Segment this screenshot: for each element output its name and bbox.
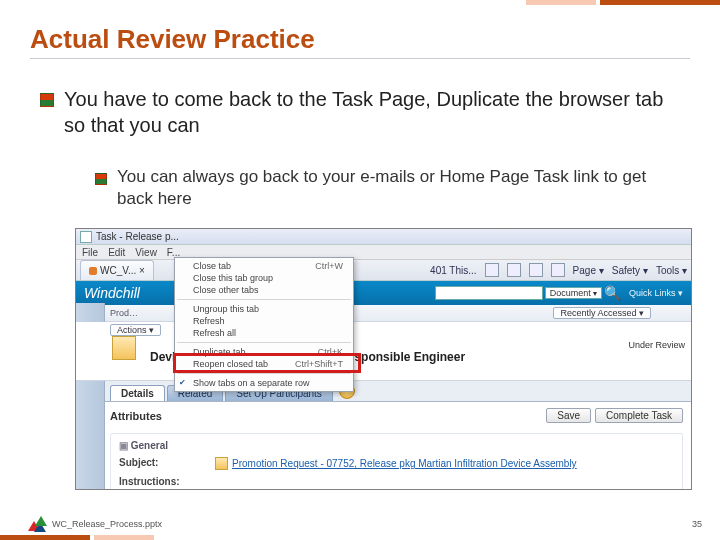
menu-close-other-tabs[interactable]: Close other tabs [175,284,353,296]
bullet-icon [40,93,54,107]
search-type-dropdown[interactable]: Document [545,287,602,299]
ie-menu-bar[interactable]: File Edit View F... [76,245,691,260]
complete-task-button[interactable]: Complete Task [595,408,683,423]
browser-tab[interactable]: WC_V... × [80,260,154,280]
home-icon[interactable] [485,263,499,277]
lifecycle-status: Under Review [628,340,685,350]
slide-footer: WC_Release_Process.pptx 35 [28,516,702,532]
object-header: Actions ▾ Device Assembly1360005378312-R… [76,322,691,381]
menu-file[interactable]: File [82,247,98,258]
menu-tabs-separate-row[interactable]: ✔ Show tabs on a separate row [175,377,353,389]
subject-link[interactable]: Promotion Request - 07752, Release pkg M… [215,457,577,470]
windchill-header: Windchill Document 🔍 Quick Links ▾ [76,281,691,305]
print-icon[interactable] [551,263,565,277]
quick-links[interactable]: Quick Links ▾ [629,288,683,298]
cmd-tools[interactable]: Tools ▾ [656,265,687,276]
bullet-level-2: You can always go back to your e-mails o… [95,166,686,210]
breadcrumb-row: Prod… Recently Accessed ▾ [76,305,691,322]
bullet-text: You can always go back to your e-mails o… [117,166,686,210]
bullet-level-1: You have to come back to the Task Page, … [40,86,686,138]
slide-number: 35 [692,519,702,529]
favicon-icon [89,267,97,275]
menu-close-tab-group[interactable]: Close this tab group [175,272,353,284]
bullet-text: You have to come back to the Task Page, … [64,86,686,138]
ie-window-title-bar: Task - Release p... [76,229,691,245]
ie-window-title: Task - Release p... [96,231,179,242]
decor-bottom-bars [0,535,154,540]
menu-separator [177,299,351,300]
ie-command-bar[interactable]: 401 This... Page ▾ Safety ▾ Tools ▾ [430,260,687,280]
tab-details[interactable]: Details [110,385,165,401]
subject-label: Subject: [119,457,189,470]
triangle-logo-icon [28,516,46,532]
attributes-heading: Attributes [110,410,162,422]
general-section: General Subject: Promotion Request - 077… [110,433,683,490]
instructions-label: Instructions: [119,476,189,487]
menu-duplicate-tab[interactable]: Duplicate tabCtrl+K [175,346,353,358]
feeds-icon[interactable] [507,263,521,277]
tab-context-menu[interactable]: Close tabCtrl+W Close this tab group Clo… [174,257,354,392]
bullet-icon [95,173,107,185]
menu-more[interactable]: F... [167,247,180,258]
windchill-brand: Windchill [84,285,140,301]
menu-ungroup-tab[interactable]: Ungroup this tab [175,303,353,315]
recently-accessed-dropdown[interactable]: Recently Accessed ▾ [553,307,651,319]
cmd-safety[interactable]: Safety ▾ [612,265,648,276]
check-icon: ✔ [179,378,186,387]
menu-separator [177,373,351,374]
menu-refresh[interactable]: Refresh [175,315,353,327]
menu-reopen-closed-tab[interactable]: Reopen closed tabCtrl+Shift+T [175,358,353,370]
ie-tab-strip[interactable]: WC_V... × 401 This... Page ▾ Safety ▾ To… [76,260,691,281]
breadcrumb-product[interactable]: Prod… [110,308,138,318]
decor-top-bars [526,0,720,5]
general-heading: General [119,440,674,451]
menu-close-tab[interactable]: Close tabCtrl+W [175,260,353,272]
slide: Actual Review Practice You have to come … [0,0,720,540]
slide-title: Actual Review Practice [30,24,690,55]
save-button[interactable]: Save [546,408,591,423]
actions-dropdown[interactable]: Actions ▾ [110,324,161,336]
task-icon [112,336,136,360]
menu-refresh-all[interactable]: Refresh all [175,327,353,339]
title-underline [30,58,690,59]
footer-logo: WC_Release_Process.pptx [28,516,162,532]
cmd-401[interactable]: 401 This... [430,265,477,276]
menu-view[interactable]: View [135,247,157,258]
embedded-screenshot: Task - Release p... File Edit View F... … [75,228,692,490]
details-panel: Attributes Save Complete Task General Su… [76,402,691,490]
menu-edit[interactable]: Edit [108,247,125,258]
page-icon [80,231,92,243]
object-tab-bar: Details Related Set Up Participants [76,381,691,402]
windchill-search[interactable]: Document 🔍 [435,285,621,301]
mail-icon[interactable] [529,263,543,277]
cmd-page[interactable]: Page ▾ [573,265,604,276]
footer-filename: WC_Release_Process.pptx [52,519,162,529]
search-input[interactable] [435,286,543,300]
promotion-request-icon [215,457,228,470]
menu-separator [177,342,351,343]
search-icon[interactable]: 🔍 [604,285,621,301]
browser-tab-label: WC_V... × [100,265,145,276]
